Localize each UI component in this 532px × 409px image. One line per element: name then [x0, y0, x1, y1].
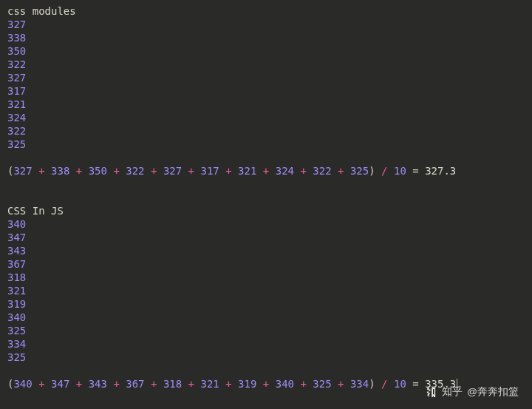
plus-operator: +: [338, 378, 344, 390]
calc-value: 321: [238, 165, 256, 177]
plus-operator: +: [300, 165, 306, 177]
calc-value: 347: [51, 378, 69, 390]
value-line: 325: [7, 324, 525, 337]
value-line: 321: [7, 98, 525, 111]
divisor: 10: [394, 378, 406, 390]
terminal-output: css modules32733835032232731732132432232…: [7, 4, 525, 391]
value-line: 367: [7, 257, 525, 271]
calc-value: 327: [163, 165, 182, 177]
calc-value: 325: [313, 378, 331, 390]
value-line: 318: [7, 271, 525, 284]
value-line: 319: [7, 297, 525, 311]
value-line: 327: [7, 71, 525, 84]
divide-operator: /: [381, 165, 387, 177]
calc-value: 325: [350, 165, 369, 177]
equals-sign: =: [412, 378, 418, 390]
value-line: 322: [7, 58, 525, 71]
plus-operator: +: [76, 378, 82, 390]
plus-operator: +: [188, 378, 194, 390]
result-value: 327.3: [425, 165, 456, 177]
value-line: 324: [7, 111, 525, 124]
calc-value: 334: [350, 378, 369, 390]
calculation-line: (327 + 338 + 350 + 322 + 327 + 317 + 321…: [7, 164, 525, 178]
value-line: 340: [7, 217, 525, 231]
plus-operator: +: [225, 165, 231, 177]
plus-operator: +: [151, 165, 157, 177]
plus-operator: +: [38, 378, 44, 390]
divide-operator: /: [381, 378, 387, 390]
output-block: css modules32733835032232731732132432232…: [7, 4, 525, 178]
value-line: 327: [7, 18, 525, 31]
plus-operator: +: [76, 165, 82, 177]
calc-value: 338: [51, 165, 69, 177]
equals-sign: =: [412, 165, 418, 177]
value-line: 343: [7, 244, 525, 257]
plus-operator: +: [151, 378, 157, 390]
value-line: 322: [7, 124, 525, 138]
plus-operator: +: [263, 165, 269, 177]
blank-line: [7, 151, 525, 164]
divisor: 10: [394, 165, 406, 177]
value-line: 325: [7, 138, 525, 151]
value-line: 340: [7, 311, 525, 324]
calc-value: 321: [200, 378, 219, 390]
value-line: 347: [7, 231, 525, 244]
plus-operator: +: [225, 378, 231, 390]
plus-operator: +: [263, 378, 269, 390]
plus-operator: +: [38, 165, 44, 177]
value-line: 321: [7, 284, 525, 297]
calc-value: 367: [126, 378, 144, 390]
calc-value: 340: [13, 378, 32, 390]
blank-line: [7, 178, 525, 191]
calc-value: 317: [200, 165, 219, 177]
output-block: CSS In JS3403473433673183213193403253343…: [7, 204, 525, 391]
text-cursor: [457, 379, 457, 390]
blank-line: [7, 364, 525, 377]
value-line: 334: [7, 337, 525, 351]
calc-value: 324: [276, 165, 294, 177]
plus-operator: +: [113, 378, 119, 390]
plus-operator: +: [113, 165, 119, 177]
calc-value: 322: [313, 165, 331, 177]
value-line: 325: [7, 351, 525, 364]
calc-value: 327: [13, 165, 32, 177]
value-line: 350: [7, 44, 525, 58]
plus-operator: +: [338, 165, 344, 177]
calc-value: 340: [276, 378, 294, 390]
plus-operator: +: [300, 378, 306, 390]
block-title: css modules: [7, 4, 525, 18]
calc-value: 350: [89, 165, 107, 177]
value-line: 338: [7, 31, 525, 44]
calculation-line: (340 + 347 + 343 + 367 + 318 + 321 + 319…: [7, 377, 525, 391]
calc-value: 319: [238, 378, 256, 390]
calc-value: 322: [126, 165, 144, 177]
block-title: CSS In JS: [7, 204, 525, 217]
blank-line: [7, 191, 525, 204]
result-value: 335.3: [425, 378, 456, 390]
calc-value: 343: [89, 378, 107, 390]
value-line: 317: [7, 84, 525, 98]
plus-operator: +: [188, 165, 194, 177]
calc-value: 318: [163, 378, 182, 390]
